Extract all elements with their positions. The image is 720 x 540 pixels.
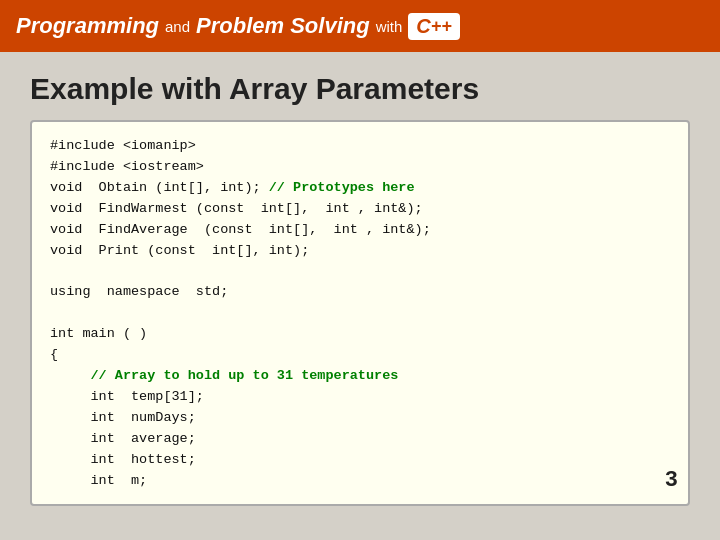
- code-line-6: void Print (const int[], int);: [50, 241, 670, 262]
- code-line-15: int m;: [50, 471, 670, 492]
- code-line-3: void Obtain (int[], int); // Prototypes …: [50, 178, 670, 199]
- cpp-badge: C++: [408, 13, 459, 40]
- code-line-4: void FindWarmest (const int[], int , int…: [50, 199, 670, 220]
- code-box: #include <iomanip> #include <iostream> v…: [30, 120, 690, 506]
- code-line-10: // Array to hold up to 31 temperatures: [50, 366, 670, 387]
- code-line-blank2: [50, 303, 670, 324]
- code-line-14: int hottest;: [50, 450, 670, 471]
- header-bar: Programming and Problem Solving with C++: [0, 0, 720, 52]
- cpp-label: C: [416, 15, 430, 38]
- code-line-12: int numDays;: [50, 408, 670, 429]
- code-line-1: #include <iomanip>: [50, 136, 670, 157]
- code-line-7: using namespace std;: [50, 282, 670, 303]
- code-line-5: void FindAverage (const int[], int , int…: [50, 220, 670, 241]
- code-line-blank1: [50, 262, 670, 283]
- cpp-plus: ++: [431, 16, 452, 37]
- header-problem-solving: Problem Solving: [196, 13, 370, 39]
- header-with: with: [376, 18, 403, 35]
- header-logo: Programming and Problem Solving with C++: [16, 13, 460, 40]
- header-and: and: [165, 18, 190, 35]
- code-line-9: {: [50, 345, 670, 366]
- slide-number: 3: [665, 464, 678, 498]
- code-line-11: int temp[31];: [50, 387, 670, 408]
- slide-number-label: 3: [665, 468, 678, 493]
- header-programming: Programming: [16, 13, 159, 39]
- main-content: Example with Array Parameters #include <…: [0, 52, 720, 516]
- code-line-8: int main ( ): [50, 324, 670, 345]
- code-line-13: int average;: [50, 429, 670, 450]
- code-line-2: #include <iostream>: [50, 157, 670, 178]
- slide-title: Example with Array Parameters: [30, 72, 690, 106]
